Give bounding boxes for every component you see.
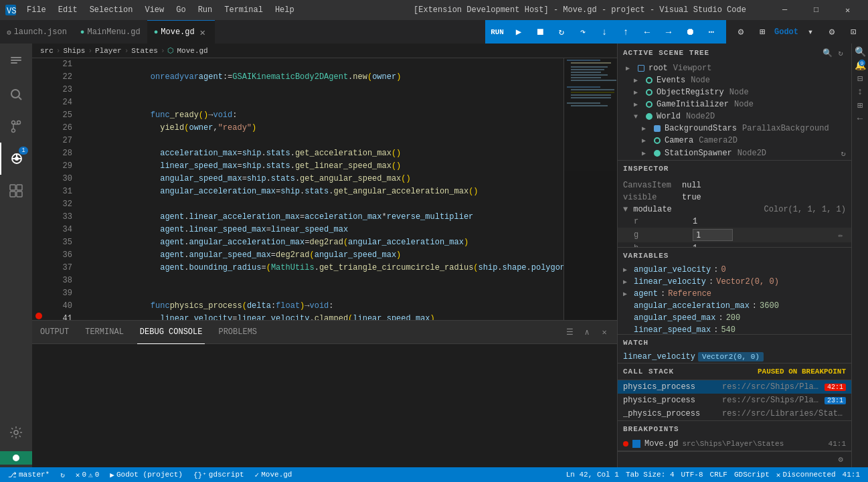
- call-stack-frame-1[interactable]: physics_process res://src/Ships/Player/S…: [618, 394, 851, 407]
- statusbar-encoding[interactable]: UTF-8: [679, 471, 706, 479]
- debug-record-btn[interactable]: ⏺: [681, 23, 699, 42]
- minimap[interactable]: [563, 58, 617, 320]
- call-stack-frame-0[interactable]: physics_process res://src/Ships/Player/S…: [618, 380, 851, 394]
- watch-header[interactable]: WATCH: [618, 335, 851, 351]
- debug-continue-btn[interactable]: ▶: [509, 23, 528, 42]
- menu-run[interactable]: Run: [193, 4, 218, 16]
- tab-launch-json[interactable]: ⚙ launch.json: [0, 20, 74, 44]
- statusbar-modified[interactable]: ✓ Move.gd: [252, 471, 295, 479]
- breadcrumb-file[interactable]: Move.gd: [177, 47, 207, 55]
- debug-stop-btn[interactable]: ⏹: [531, 23, 549, 42]
- tree-item-camera[interactable]: ▶ Camera Camera2D: [618, 135, 851, 147]
- activity-source-control[interactable]: [0, 110, 32, 143]
- breadcrumb-player[interactable]: Player: [95, 47, 122, 55]
- menu-selection[interactable]: Selection: [84, 4, 139, 16]
- statusbar-godot[interactable]: ▶ Godot (project): [107, 471, 185, 479]
- tree-item-gameinitializer[interactable]: ▶ GameInitializer Node: [618, 98, 851, 110]
- sidebar-settings-btn[interactable]: ⚙: [835, 455, 846, 465]
- statusbar-disconnected[interactable]: ✕ Disconnected: [774, 471, 839, 479]
- bp-checkbox[interactable]: [632, 440, 640, 448]
- godot-btn[interactable]: Godot: [774, 27, 798, 37]
- var-row-angular-velocity[interactable]: ▶ angular_velocity : 0: [618, 264, 851, 276]
- activity-explorer[interactable]: [0, 46, 32, 78]
- tab-close-icon[interactable]: ✕: [197, 27, 208, 37]
- remote-indicator[interactable]: [0, 451, 32, 465]
- inspector-header[interactable]: INSPECTOR: [618, 161, 851, 177]
- statusbar-branch[interactable]: ⎇ master*: [5, 471, 52, 479]
- scene-tree-search-btn[interactable]: 🔍: [822, 48, 833, 58]
- inspector-g-input[interactable]: [693, 229, 733, 241]
- scene-tree-refresh-btn[interactable]: ↻: [835, 48, 846, 58]
- statusbar-sync[interactable]: ↻: [58, 471, 68, 479]
- activity-debug[interactable]: 1: [0, 143, 32, 175]
- tree-item-events[interactable]: ▶ Events Node: [618, 74, 851, 86]
- panel-collapse-btn[interactable]: ∧: [580, 325, 594, 339]
- panel-content[interactable]: [32, 344, 617, 467]
- statusbar-line-ending[interactable]: CRLF: [707, 471, 730, 479]
- breadcrumb-src[interactable]: src: [40, 47, 54, 55]
- variables-header[interactable]: VARIABLES: [618, 248, 851, 264]
- activity-settings[interactable]: [0, 416, 32, 449]
- panel-tab-terminal[interactable]: TERMINAL: [82, 321, 126, 344]
- call-stack-frame-2[interactable]: _physics_process res://src/Libraries/Sta…: [618, 407, 851, 420]
- tree-item-root[interactable]: ▶ root Viewport: [618, 62, 851, 74]
- tab-main-menu-gd[interactable]: ● MainMenu.gd: [74, 20, 147, 44]
- debug-step-into-btn[interactable]: ↓: [595, 23, 614, 42]
- tree-item-stationspawner[interactable]: ▶ StationSpawner Node2D ↻: [618, 147, 851, 160]
- minimize-button[interactable]: ─: [770, 0, 800, 20]
- debug-step-over-btn[interactable]: ↷: [574, 23, 592, 42]
- maximize-button[interactable]: □: [801, 0, 831, 20]
- statusbar-tab-size[interactable]: Tab Size: 4: [623, 471, 677, 479]
- tab-move-gd[interactable]: ● Move.gd ✕: [147, 20, 215, 44]
- code-editor[interactable]: ▶ 21 22 23 24 25 26 27 28 29 30 31 32 33: [32, 58, 617, 320]
- menu-edit[interactable]: Edit: [53, 4, 83, 16]
- panel-tab-problems[interactable]: PROBLEMS: [215, 321, 260, 344]
- activity-extensions[interactable]: [0, 175, 32, 207]
- inspector-edit-btn[interactable]: ✏: [835, 230, 846, 240]
- tree-item-objectregistry[interactable]: ▶ ObjectRegistry Node: [618, 86, 851, 98]
- right-panel-btn[interactable]: ⊞: [855, 100, 865, 110]
- right-search-btn[interactable]: 🔍: [855, 46, 865, 57]
- right-more-btn[interactable]: ↕: [855, 86, 865, 97]
- code-content[interactable]: onready var agent := GSAIKinematicBody2D…: [78, 58, 563, 320]
- right-close-btn[interactable]: ←: [855, 113, 865, 124]
- menu-help[interactable]: Help: [270, 4, 300, 16]
- close-button[interactable]: ✕: [833, 0, 863, 20]
- toolbar-maximize-btn[interactable]: ⊡: [844, 23, 863, 42]
- toolbar-settings-btn2[interactable]: ⚙: [822, 23, 841, 42]
- breadcrumb-ships[interactable]: Ships: [63, 47, 85, 55]
- debug-restart-btn[interactable]: ↻: [552, 23, 571, 42]
- right-notification[interactable]: 🔔 9: [855, 60, 865, 70]
- tree-item-bgstars[interactable]: ▶ BackgroundStars ParallaxBackground: [618, 123, 851, 135]
- scene-tree-header[interactable]: ACTIVE SCENE TREE 🔍 ↻: [618, 44, 851, 62]
- node-refresh-btn[interactable]: ↻: [838, 148, 849, 159]
- right-layout-btn[interactable]: ⊟: [855, 73, 865, 84]
- panel-filter-btn[interactable]: ☰: [562, 325, 577, 339]
- panel-tab-output[interactable]: OUTPUT: [37, 321, 72, 344]
- menu-file[interactable]: File: [21, 4, 52, 16]
- debug-back-btn[interactable]: ←: [638, 23, 657, 42]
- toolbar-dropdown-btn[interactable]: ▾: [801, 23, 820, 42]
- statusbar-gdscript[interactable]: {}⁺ gdscript: [191, 471, 247, 479]
- statusbar-errors[interactable]: ✕ 0 ⚠ 0: [73, 471, 102, 479]
- activity-search[interactable]: [0, 78, 32, 110]
- debug-more-btn[interactable]: ⋯: [702, 23, 721, 42]
- breadcrumb-states[interactable]: States: [131, 47, 158, 55]
- breakpoints-header[interactable]: BREAKPOINTS: [618, 421, 851, 437]
- menu-terminal[interactable]: Terminal: [219, 4, 268, 16]
- statusbar-line-num[interactable]: 41:1: [840, 471, 863, 479]
- var-row-linear-velocity[interactable]: ▶ linear_velocity : Vector2(0, 0): [618, 276, 851, 288]
- debug-step-out-btn[interactable]: ↑: [616, 23, 635, 42]
- toolbar-settings-btn[interactable]: ⚙: [731, 23, 750, 42]
- var-row-agent[interactable]: ▶ agent : Reference: [618, 288, 851, 300]
- menu-view[interactable]: View: [139, 4, 169, 16]
- menu-go[interactable]: Go: [171, 4, 191, 16]
- debug-forward-btn[interactable]: →: [659, 23, 678, 42]
- panel-close-btn[interactable]: ✕: [597, 325, 612, 339]
- statusbar-language[interactable]: GDScript: [731, 471, 772, 479]
- tree-item-world[interactable]: ▼ World Node2D: [618, 110, 851, 123]
- statusbar-cursor[interactable]: Ln 42, Col 1: [563, 471, 622, 479]
- toolbar-layout-btn[interactable]: ⊞: [753, 23, 772, 42]
- panel-tab-debug-console[interactable]: DEBUG CONSOLE: [137, 321, 205, 344]
- inspector-g-row[interactable]: g ✏: [618, 228, 851, 242]
